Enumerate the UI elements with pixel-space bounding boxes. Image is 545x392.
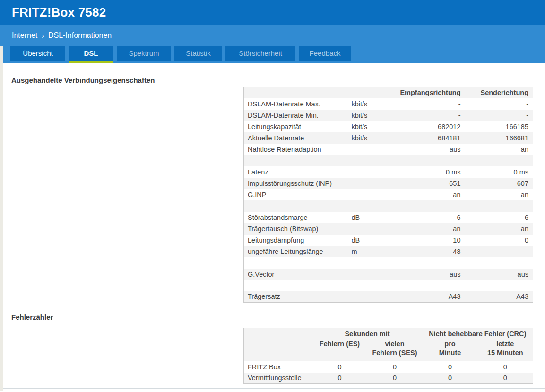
tab-stoersicherheit-label: Störsicherheit [225, 46, 295, 61]
breadcrumb-bar: Internet › DSL-Informationen [0, 25, 545, 46]
table-row: Latenz0 ms0 ms [244, 166, 533, 178]
breadcrumb-current-page: DSL-Informationen [48, 31, 112, 40]
breadcrumb-internet[interactable]: Internet [12, 31, 37, 40]
tab-statistik-label: Statistik [174, 46, 222, 61]
sub-header-row: Fehlern (ES) vielen Fehlern (SES) pro Mi… [243, 340, 533, 361]
tab-spektrum-label: Spektrum [117, 46, 171, 61]
table-row: Nahtlose Ratenadaptionausan [244, 144, 533, 155]
tab-dsl[interactable]: DSL [69, 46, 113, 63]
chevron-right-icon: › [41, 32, 44, 39]
spacer-row [244, 280, 533, 291]
connection-table: Empfangsrichtung Senderichtung DSLAM-Dat… [243, 87, 533, 303]
table-row: DSLAM-Datenrate Min.kbit/s-- [244, 110, 533, 121]
group-header-row: Sekunden mit Nicht behebbare Fehler (CRC… [243, 328, 533, 340]
bottom-divider [3, 388, 545, 389]
table-row: Aktuelle Datenratekbit/s684181166681 [244, 132, 533, 144]
table-row: Leitungskapazitätkbit/s682012166185 [244, 121, 533, 132]
group-header-seconds: Sekunden mit [312, 328, 422, 340]
table-row: DSLAM-Datenrate Max.kbit/s-- [244, 98, 533, 110]
column-header-tx: Senderichtung [465, 87, 533, 98]
app-title: FRITZ!Box 7582 [12, 5, 106, 20]
app-header: FRITZ!Box 7582 [0, 0, 545, 25]
page-content: Ausgehandelte Verbindungseigenschaften E… [3, 63, 545, 391]
table-row: LeitungsdämpfungdB100 [244, 235, 533, 246]
section-title-connection: Ausgehandelte Verbindungseigenschaften [11, 76, 533, 85]
tab-stoersicherheit[interactable]: Störsicherheit [225, 46, 295, 63]
spacer-row [244, 155, 533, 166]
tab-dsl-label: DSL [69, 46, 113, 61]
table-row: FRITZ!Box 0 0 0 0 [243, 361, 533, 373]
section-title-errors: Fehlerzähler [11, 313, 533, 322]
column-header-rx: Empfangsrichtung [397, 87, 465, 98]
left-gutter [0, 46, 3, 63]
table-row: G.INPanan [244, 189, 533, 200]
column-header-ses: vielen Fehlern (SES) [367, 340, 422, 361]
spacer-row [244, 200, 533, 212]
table-row: ungefähre Leitungslängem48 [244, 246, 533, 257]
table-row: StörabstandsmargedB66 [244, 212, 533, 223]
table-row: Impulsstörungsschutz (INP)651607 [244, 178, 533, 189]
table-row: TrägersatzA43A43 [244, 291, 533, 303]
table-row: Vermittlungsstelle 0 0 0 0 [243, 373, 533, 384]
breadcrumb: Internet › DSL-Informationen [12, 31, 112, 40]
tab-spektrum[interactable]: Spektrum [117, 46, 171, 63]
left-gutter [0, 63, 3, 391]
table-row: Trägertausch (Bitswap)anan [244, 223, 533, 235]
table-row: G.Vectorausaus [244, 269, 533, 280]
table-header-row: Empfangsrichtung Senderichtung [244, 87, 533, 98]
tab-feedback-label: Feedback [299, 46, 351, 61]
column-header-last-15-min: letzte 15 Minuten [478, 340, 533, 361]
error-table: Sekunden mit Nicht behebbare Fehler (CRC… [243, 328, 533, 384]
tab-statistik[interactable]: Statistik [174, 46, 222, 63]
tab-bar: Übersicht DSL Spektrum Statistik Störsic… [3, 46, 545, 63]
tab-uebersicht-label: Übersicht [10, 46, 65, 61]
tab-feedback[interactable]: Feedback [299, 46, 351, 63]
column-header-per-minute: pro Minute [423, 340, 478, 361]
spacer-row [244, 257, 533, 269]
group-header-crc: Nicht behebbare Fehler (CRC) [423, 328, 533, 340]
tab-uebersicht[interactable]: Übersicht [10, 46, 65, 63]
column-header-es: Fehlern (ES) [312, 340, 367, 361]
